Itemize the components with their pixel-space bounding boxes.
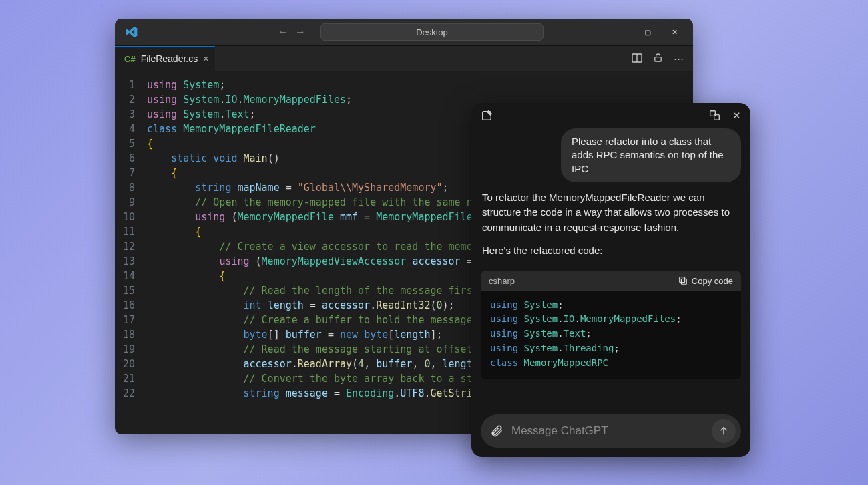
- chat-close-icon[interactable]: ✕: [732, 110, 741, 122]
- code-block: csharp Copy code using System;using Syst…: [481, 271, 741, 379]
- send-button[interactable]: [712, 419, 736, 443]
- csharp-file-icon: C#: [124, 54, 136, 64]
- nav-arrows: ← →: [278, 26, 306, 38]
- user-message-bubble: Please refactor into a class that adds R…: [561, 128, 741, 182]
- svg-rect-7: [680, 277, 685, 283]
- chat-input[interactable]: [511, 424, 704, 438]
- copy-code-button[interactable]: Copy code: [678, 276, 733, 286]
- user-message-text: Please refactor into a class that adds R…: [572, 136, 724, 174]
- tab-label: FileReader.cs: [141, 53, 198, 64]
- titlebar: ← → Desktop — ▢ ✕: [115, 19, 693, 45]
- svg-rect-6: [681, 279, 686, 285]
- command-center[interactable]: Desktop: [320, 23, 544, 41]
- close-icon[interactable]: ✕: [669, 28, 680, 37]
- nav-forward-icon[interactable]: →: [295, 26, 306, 38]
- assistant-paragraph: To refactor the MemoryMappedFileReader w…: [482, 190, 740, 236]
- maximize-icon[interactable]: ▢: [642, 28, 653, 37]
- nav-back-icon[interactable]: ←: [278, 26, 288, 38]
- chatgpt-panel: ✕ Please refactor into a class that adds…: [471, 103, 750, 457]
- lock-icon[interactable]: [653, 53, 663, 65]
- code-block-header: csharp Copy code: [481, 271, 741, 291]
- copy-code-label: Copy code: [692, 276, 733, 286]
- split-editor-icon[interactable]: [632, 53, 642, 65]
- assistant-response: To refactor the MemoryMappedFileReader w…: [471, 190, 750, 267]
- line-number-gutter: 12345678910111213141516171819202122: [115, 77, 147, 434]
- minimize-icon[interactable]: —: [616, 28, 626, 37]
- tab-close-icon[interactable]: ×: [203, 53, 208, 64]
- vscode-logo-icon: [124, 25, 139, 39]
- editor-actions: ⋯: [632, 53, 693, 65]
- chat-input-bar: [481, 414, 741, 448]
- new-chat-icon[interactable]: [481, 110, 493, 122]
- svg-rect-2: [655, 57, 661, 61]
- window-controls: — ▢ ✕: [616, 28, 689, 37]
- attach-icon[interactable]: [490, 424, 503, 438]
- code-block-content[interactable]: using System;using System.IO.MemoryMappe…: [481, 291, 741, 379]
- tab-bar: C# FileReader.cs × ⋯: [115, 45, 693, 71]
- code-lang-label: csharp: [489, 276, 515, 286]
- dock-icon[interactable]: [709, 110, 720, 122]
- chat-toolbar: ✕: [471, 103, 750, 126]
- assistant-paragraph: Here's the refactored code:: [482, 243, 740, 259]
- tab-filereader[interactable]: C# FileReader.cs ×: [115, 46, 215, 71]
- more-actions-icon[interactable]: ⋯: [674, 53, 684, 65]
- command-center-label: Desktop: [416, 27, 448, 37]
